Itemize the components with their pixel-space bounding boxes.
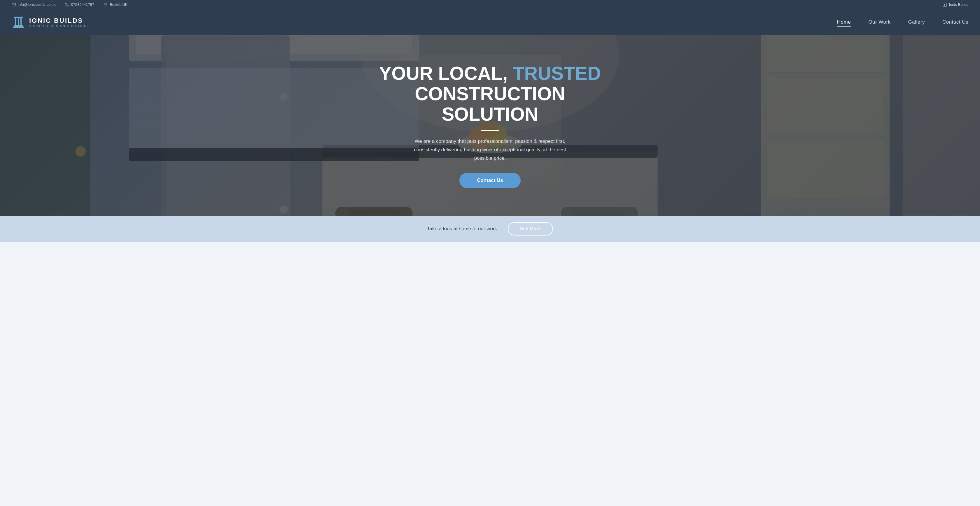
nav-link-ourwork[interactable]: Our Work: [868, 19, 891, 26]
location-text: Bristol, UK: [110, 2, 127, 7]
nav-item-ourwork[interactable]: Our Work: [868, 19, 891, 25]
logo[interactable]: IONIC BUILDS VISUALISE·DESIGN·CONSTRUCT: [12, 16, 91, 29]
nav-link-contact[interactable]: Contact Us: [942, 19, 968, 26]
hero-subtitle: We are a company that puts professionali…: [376, 137, 604, 163]
logo-icon: [12, 16, 25, 29]
nav-item-home[interactable]: Home: [837, 19, 851, 25]
location-item: Bristol, UK: [103, 2, 127, 7]
nav-link-gallery[interactable]: Gallery: [908, 19, 925, 26]
hero-section: YOUR LOCAL, TRUSTED CONSTRUCTION SOLUTIO…: [0, 35, 980, 216]
svg-rect-5: [15, 17, 16, 25]
svg-point-1: [105, 3, 106, 5]
svg-rect-4: [14, 25, 23, 27]
hero-content: YOUR LOCAL, TRUSTED CONSTRUCTION SOLUTIO…: [371, 63, 609, 188]
hero-title-part1: YOUR LOCAL,: [379, 63, 513, 84]
nav-item-gallery[interactable]: Gallery: [908, 19, 925, 25]
hero-title-trusted: TRUSTED: [513, 63, 601, 84]
see-more-button[interactable]: See More: [508, 222, 553, 235]
logo-tagline: VISUALISE·DESIGN·CONSTRUCT: [29, 24, 91, 28]
svg-rect-6: [18, 17, 19, 25]
bottom-banner-text: Take a look at some of our work.: [427, 226, 498, 232]
hero-title: YOUR LOCAL, TRUSTED CONSTRUCTION SOLUTIO…: [376, 63, 604, 125]
top-bar-left: info@ionicbuilds.co.uk 07585441767 Brist…: [12, 2, 127, 7]
top-bar: info@ionicbuilds.co.uk 07585441767 Brist…: [0, 0, 980, 9]
top-bar-right[interactable]: Ionic Builds: [943, 2, 968, 7]
hero-title-part2: CONSTRUCTION SOLUTION: [415, 83, 565, 125]
phone-text: 07585441767: [71, 2, 94, 7]
phone-item[interactable]: 07585441767: [65, 2, 94, 7]
email-item[interactable]: info@ionicbuilds.co.uk: [12, 2, 56, 7]
svg-rect-8: [14, 17, 23, 18]
facebook-icon: [943, 3, 947, 7]
bottom-banner: Take a look at some of our work. See Mor…: [0, 216, 980, 242]
svg-rect-3: [13, 27, 24, 28]
social-text: Ionic Builds: [949, 2, 968, 7]
email-text: info@ionicbuilds.co.uk: [18, 2, 56, 7]
svg-rect-7: [21, 17, 22, 25]
hero-cta-button[interactable]: Contact Us: [460, 173, 520, 188]
navbar: IONIC BUILDS VISUALISE·DESIGN·CONSTRUCT …: [0, 9, 980, 35]
logo-text: IONIC BUILDS VISUALISE·DESIGN·CONSTRUCT: [29, 17, 91, 28]
email-icon: [12, 3, 16, 7]
phone-icon: [65, 3, 69, 7]
nav-links: Home Our Work Gallery Contact Us: [837, 19, 968, 25]
hero-divider: [481, 130, 499, 131]
location-icon: [103, 3, 108, 7]
logo-name: IONIC BUILDS: [29, 17, 91, 24]
nav-item-contact[interactable]: Contact Us: [942, 19, 968, 25]
nav-link-home[interactable]: Home: [837, 19, 851, 27]
